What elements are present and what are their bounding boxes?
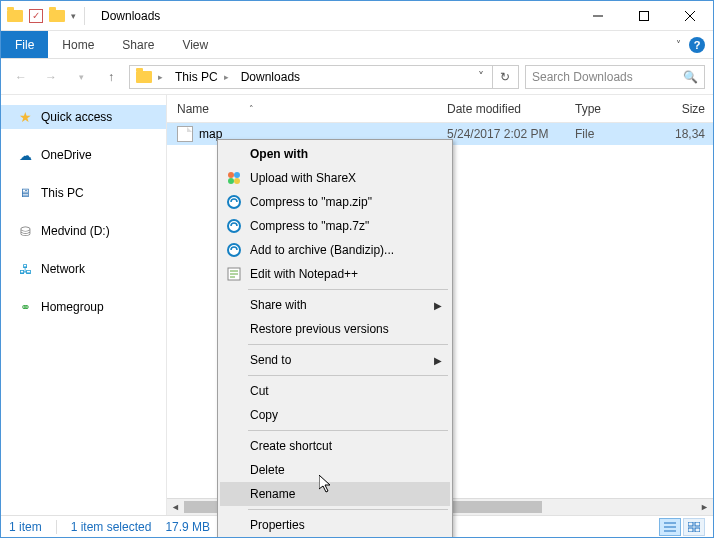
context-menu-item[interactable]: Create shortcut (220, 434, 450, 458)
help-icon[interactable]: ? (689, 37, 705, 53)
context-menu-item[interactable]: Send to▶ (220, 348, 450, 372)
context-menu-item[interactable]: Copy (220, 403, 450, 427)
qat-separator (84, 7, 85, 25)
breadcrumb-history-dropdown[interactable]: ˅ (472, 70, 490, 84)
context-menu-label: Compress to "map.zip" (250, 195, 372, 209)
nav-homegroup[interactable]: ⚭Homegroup (1, 295, 166, 319)
ribbon: File Home Share View ˅ ? (1, 31, 713, 59)
context-menu-label: Create shortcut (250, 439, 332, 453)
maximize-button[interactable] (621, 1, 667, 30)
svg-rect-9 (688, 528, 693, 532)
window-title: Downloads (101, 9, 575, 23)
search-input[interactable]: Search Downloads 🔍 (525, 65, 705, 89)
svg-point-17 (228, 244, 240, 256)
context-menu-item[interactable]: Rename (220, 482, 450, 506)
window-controls (575, 1, 713, 30)
nav-label: Medvind (D:) (41, 224, 110, 238)
column-name[interactable]: Name˄ (167, 102, 447, 116)
qat-dropdown-icon[interactable]: ▾ (71, 11, 76, 21)
context-menu-item[interactable]: Add to archive (Bandizip)... (220, 238, 450, 262)
scroll-left-button[interactable]: ◄ (167, 499, 184, 515)
column-size[interactable]: Size (653, 102, 713, 116)
breadcrumb-root-icon[interactable]: ▸ (132, 66, 169, 88)
nav-up-button[interactable]: ↑ (99, 65, 123, 89)
nav-this-pc[interactable]: 🖥This PC (1, 181, 166, 205)
svg-point-11 (228, 172, 234, 178)
bandizip-icon (226, 194, 242, 210)
svg-rect-8 (695, 522, 700, 526)
context-menu-item[interactable]: Properties (220, 513, 450, 537)
submenu-arrow-icon: ▶ (434, 355, 442, 366)
context-menu-separator (248, 509, 448, 510)
context-menu-label: Rename (250, 487, 295, 501)
column-type[interactable]: Type (575, 102, 653, 116)
ribbon-expand-icon[interactable]: ˅ (676, 39, 681, 50)
status-selected: 1 item selected (71, 520, 152, 534)
address-bar-row: ← → ▾ ↑ ▸ This PC▸ Downloads ˅ ↻ Search … (1, 59, 713, 95)
breadcrumb-item[interactable]: Downloads (237, 66, 304, 88)
file-size: 18,34 (653, 127, 713, 141)
qat-properties-icon[interactable]: ✓ (29, 9, 43, 23)
nav-network[interactable]: 🖧Network (1, 257, 166, 281)
ribbon-file-tab[interactable]: File (1, 31, 48, 58)
status-size: 17.9 MB (165, 520, 210, 534)
nav-drive[interactable]: ⛁Medvind (D:) (1, 219, 166, 243)
scroll-right-button[interactable]: ► (696, 499, 713, 515)
close-button[interactable] (667, 1, 713, 30)
view-details-button[interactable] (659, 518, 681, 536)
context-menu-item[interactable]: Open with (220, 142, 450, 166)
ribbon-tab-home[interactable]: Home (48, 31, 108, 58)
nav-quick-access[interactable]: ★Quick access (1, 105, 166, 129)
file-type: File (575, 127, 653, 141)
pc-icon: 🖥 (17, 185, 33, 201)
column-date[interactable]: Date modified (447, 102, 575, 116)
context-menu-item[interactable]: Share with▶ (220, 293, 450, 317)
ribbon-tab-share[interactable]: Share (108, 31, 168, 58)
minimize-button[interactable] (575, 1, 621, 30)
quick-access-toolbar: ✓ ▾ (1, 7, 93, 25)
context-menu-item[interactable]: Upload with ShareX (220, 166, 450, 190)
context-menu-label: Upload with ShareX (250, 171, 356, 185)
context-menu-item[interactable]: Compress to "map.7z" (220, 214, 450, 238)
context-menu-item[interactable]: Compress to "map.zip" (220, 190, 450, 214)
sharex-icon (226, 170, 242, 186)
status-item-count: 1 item (9, 520, 42, 534)
titlebar: ✓ ▾ Downloads (1, 1, 713, 31)
nav-label: Homegroup (41, 300, 104, 314)
cloud-icon: ☁ (17, 147, 33, 163)
bandizip-icon (226, 218, 242, 234)
submenu-arrow-icon: ▶ (434, 300, 442, 311)
context-menu-item[interactable]: Edit with Notepad++ (220, 262, 450, 286)
view-large-icons-button[interactable] (683, 518, 705, 536)
context-menu-label: Send to (250, 353, 291, 367)
context-menu-separator (248, 430, 448, 431)
nav-forward-button[interactable]: → (39, 65, 63, 89)
nav-recent-dropdown[interactable]: ▾ (69, 65, 93, 89)
nav-back-button[interactable]: ← (9, 65, 33, 89)
nav-onedrive[interactable]: ☁OneDrive (1, 143, 166, 167)
folder-icon (7, 8, 23, 24)
breadcrumb[interactable]: ▸ This PC▸ Downloads ˅ ↻ (129, 65, 519, 89)
refresh-button[interactable]: ↻ (492, 66, 516, 88)
svg-point-13 (228, 178, 234, 184)
status-separator (56, 520, 57, 534)
nav-label: This PC (41, 186, 84, 200)
context-menu-item[interactable]: Cut (220, 379, 450, 403)
nav-label: Quick access (41, 110, 112, 124)
context-menu: Open withUpload with ShareXCompress to "… (217, 139, 453, 538)
ribbon-tab-view[interactable]: View (168, 31, 222, 58)
context-menu-label: Open with (250, 147, 308, 161)
file-date: 5/24/2017 2:02 PM (447, 127, 575, 141)
folder-icon (49, 8, 65, 24)
svg-point-15 (228, 196, 240, 208)
breadcrumb-label: This PC (175, 70, 218, 84)
context-menu-item[interactable]: Restore previous versions (220, 317, 450, 341)
svg-rect-7 (688, 522, 693, 526)
svg-point-12 (234, 172, 240, 178)
breadcrumb-item[interactable]: This PC▸ (171, 66, 235, 88)
context-menu-label: Edit with Notepad++ (250, 267, 358, 281)
context-menu-item[interactable]: Delete (220, 458, 450, 482)
context-menu-separator (248, 344, 448, 345)
nav-label: Network (41, 262, 85, 276)
svg-rect-10 (695, 528, 700, 532)
